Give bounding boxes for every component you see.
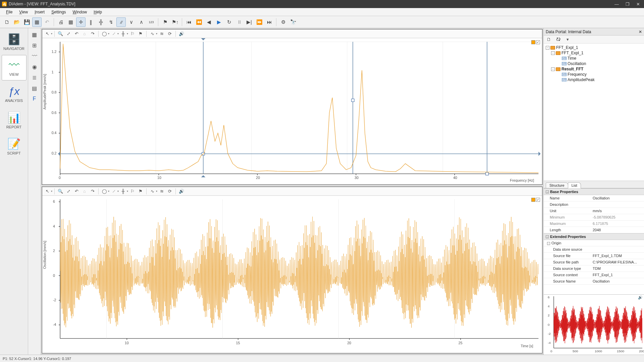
harmonic-cursor-button[interactable]: ⫽ (116, 17, 126, 27)
tab-list[interactable]: List (568, 182, 581, 188)
menu-help[interactable]: Help (91, 9, 105, 15)
zoom-fit-icon[interactable]: ⌂ (81, 30, 88, 38)
tree-node[interactable]: -FFT_Expl_1 (544, 50, 643, 56)
curve-icon[interactable]: ∿ (149, 30, 156, 38)
flag-icon[interactable]: ⚐ (129, 30, 136, 38)
settings-gear-button[interactable]: ⚙ (278, 17, 288, 27)
tree-node[interactable]: 123Time (544, 56, 643, 61)
rewind-button[interactable]: ⏪ (194, 17, 204, 27)
band-cursor-button[interactable]: ‖ (86, 17, 96, 27)
legend-toggle[interactable]: ✓ (531, 198, 540, 202)
close-panel-icon[interactable]: ✕ (639, 29, 642, 34)
layout-polar-icon[interactable]: ◉ (30, 62, 40, 72)
menu-insert[interactable]: Insert (32, 9, 47, 15)
legend-toggle[interactable]: ✓ (531, 40, 540, 44)
dropdown-icon[interactable]: ▾ (127, 190, 128, 193)
layout-cascade-icon[interactable]: ▤ (30, 83, 40, 93)
chart-panel-fft[interactable]: ↖▾ 🔍 ⤢ ↶ ⌂ ↷ ◯▾ ⟋▾ ╫▾ ⚐ ⚑ ∿▾ ≋ ⟳ 🔊 (42, 29, 543, 185)
table-button[interactable]: ▦ (66, 17, 75, 27)
prop-row[interactable]: Source NameOscillation (544, 278, 644, 285)
prop-row[interactable]: Data store source (544, 246, 644, 253)
chart-panel-time[interactable]: ↖▾ 🔍 ⤢ ↶ ⌂ ↷ ◯▾ ⟋▾ ╫▾ ⚐ ⚑ ∿▾ ≋ ⟳ 🔊 (42, 186, 543, 353)
nav-view[interactable]: 〰 VIEW (2, 55, 26, 80)
nav-report[interactable]: 📊 REPORT (2, 107, 26, 133)
step-fwd-button[interactable]: ▶| (245, 17, 254, 27)
tree-node[interactable]: 123AmplitudePeak (544, 77, 643, 82)
save-button[interactable]: 💾 (22, 17, 32, 27)
line-style-icon[interactable]: ⟋ (110, 30, 117, 38)
grid-icon[interactable]: ╫ (119, 30, 127, 38)
zoom-fit-icon[interactable]: ⌂ (81, 188, 88, 195)
chart-fft-plot[interactable]: ✓ 0.20.40.60.811.2 (42, 38, 542, 184)
prop-row[interactable]: Source fileFFT_Expl_1.TDM (544, 253, 644, 259)
zoom-undo-icon[interactable]: ↶ (73, 188, 80, 195)
preview-sound-icon[interactable]: 🔊 (638, 295, 643, 300)
zoom-in-icon[interactable]: 🔍 (57, 188, 64, 195)
prop-row[interactable]: Source contextFFT_Expl_1 (544, 272, 644, 278)
dropdown-icon[interactable]: ▾ (51, 190, 52, 193)
layout-formula-icon[interactable]: F (30, 94, 40, 104)
layout-mode-button[interactable]: ▦ (32, 17, 42, 27)
prop-row[interactable]: NameOscillation (544, 195, 644, 201)
dropdown-icon[interactable]: ▾ (156, 190, 157, 193)
layout-2d-icon[interactable]: ⊞ (30, 40, 40, 50)
marker-icon[interactable]: ◯ (101, 30, 108, 38)
curve2-icon[interactable]: ≋ (158, 30, 165, 38)
tree-node[interactable]: 123Oscillation (544, 61, 643, 66)
menu-window[interactable]: Window (70, 9, 90, 15)
flag-rise-button[interactable]: ⚑↑ (170, 17, 180, 27)
dropdown-icon[interactable]: ▾ (117, 190, 119, 193)
close-button[interactable]: ✕ (636, 2, 640, 7)
sound-icon[interactable]: 🔊 (178, 188, 185, 195)
refresh-tree-icon[interactable]: 🗘 (554, 36, 562, 43)
refresh-icon[interactable]: ⟳ (166, 188, 173, 195)
curve-cursor-button[interactable]: ↯ (106, 17, 116, 27)
layout-grid-icon[interactable]: ▦ (30, 29, 40, 40)
curve2-icon[interactable]: ≋ (158, 188, 165, 195)
skip-last-button[interactable]: ⏭ (265, 17, 274, 27)
nav-script[interactable]: 📝 SCRIPT (2, 133, 26, 159)
nav-navigator[interactable]: 🗄️ NAVIGATOR (2, 29, 26, 54)
grid-icon[interactable]: ╫ (119, 188, 127, 195)
flag2-icon[interactable]: ⚑ (137, 30, 144, 38)
channel-tree[interactable]: -FFT_Expl_1-FFT_Expl_1123Time123Oscillat… (544, 44, 644, 181)
prop-row[interactable]: -Origin (544, 240, 644, 246)
menu-settings[interactable]: Settings (49, 9, 68, 15)
tab-structure[interactable]: Structure (546, 182, 568, 188)
min-cursor-button[interactable]: ∨ (126, 17, 136, 27)
zoom-out-icon[interactable]: ⤢ (65, 188, 72, 195)
play-button[interactable]: ▶ (214, 17, 224, 27)
prop-row[interactable]: Minimum-5.087890625 (544, 214, 644, 221)
zoom-redo-icon[interactable]: ↷ (89, 30, 96, 38)
print-button[interactable]: 🖨 (56, 17, 65, 27)
tree-node[interactable]: 123Frequency (544, 72, 643, 77)
undo-button[interactable]: ↶ (42, 17, 52, 27)
flag2-icon[interactable]: ⚑ (137, 188, 144, 195)
tree-node[interactable]: -Result_FFT (544, 66, 643, 72)
max-cursor-button[interactable]: ∧ (137, 17, 146, 27)
dropdown-icon[interactable]: ▾ (127, 32, 128, 35)
binoculars-button[interactable]: 🔭 (288, 17, 298, 27)
legend-cursor-button[interactable]: 123 (147, 17, 156, 27)
pause-button[interactable]: ⏸ (234, 17, 244, 27)
minimize-button[interactable]: — (614, 2, 619, 7)
curve-icon[interactable]: ∿ (149, 188, 156, 195)
prop-row[interactable]: Data source typeTDM (544, 265, 644, 272)
extended-properties-header[interactable]: -Extended Properties (544, 233, 644, 240)
dropdown-icon[interactable]: ▾ (117, 32, 119, 35)
dropdown-icon[interactable]: ▾ (108, 190, 109, 193)
layout-list-icon[interactable]: ≣ (30, 72, 40, 82)
dropdown-icon[interactable]: ▾ (108, 32, 109, 35)
flag-icon[interactable]: ⚐ (129, 188, 136, 195)
flag-set-button[interactable]: ⚑ (160, 17, 170, 27)
base-properties-header[interactable]: -Base Properties (544, 188, 644, 195)
prop-row[interactable]: Length2048 (544, 227, 644, 233)
filter-icon[interactable]: ▾ (564, 36, 571, 43)
tree-node[interactable]: -FFT_Expl_1 (544, 45, 643, 50)
prop-row[interactable]: Unitmm/s (544, 208, 644, 214)
step-back-button[interactable]: ◀ (204, 17, 214, 27)
loop-button[interactable]: ↻ (224, 17, 234, 27)
maximize-button[interactable]: ❐ (626, 2, 630, 7)
zoom-undo-icon[interactable]: ↶ (73, 30, 80, 38)
dropdown-icon[interactable]: ▾ (156, 32, 157, 35)
